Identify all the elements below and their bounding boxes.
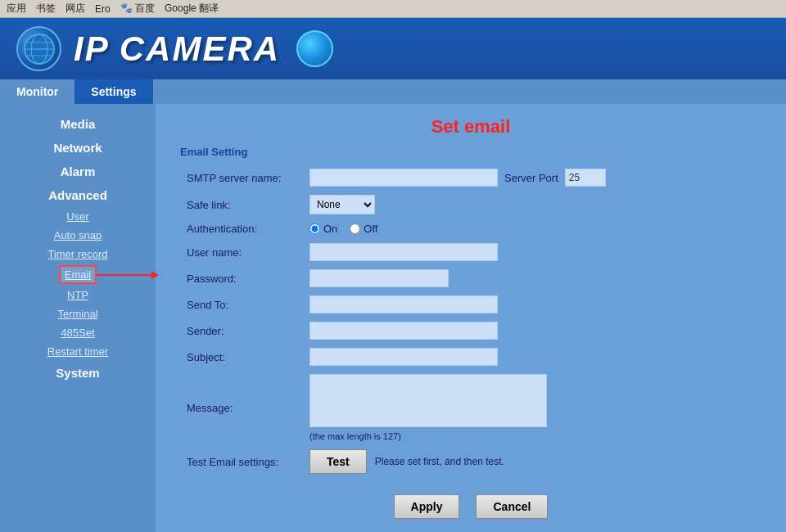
browser-tab-ero[interactable]: Ero — [95, 3, 111, 15]
auth-on-radio[interactable] — [309, 223, 320, 234]
auth-on-text: On — [323, 223, 337, 235]
sidebar-section-advanced[interactable]: Advanced — [0, 183, 156, 207]
smtp-row: SMTP server name: Server Port — [180, 165, 761, 191]
password-input[interactable] — [309, 269, 449, 287]
section-title: Email Setting — [180, 146, 761, 158]
sidebar-link-autosnap[interactable]: Auto snap — [0, 226, 156, 245]
subject-input[interactable] — [309, 348, 498, 366]
sidebar-section-alarm[interactable]: Alarm — [0, 160, 156, 183]
sidebar-link-timerrecord[interactable]: Timer record — [0, 245, 156, 264]
safelink-select[interactable]: None SSL TLS — [309, 195, 375, 214]
message-textarea[interactable] — [309, 374, 547, 427]
username-row: User name: — [180, 239, 761, 265]
password-field-cell — [303, 265, 761, 291]
app-title: IP CAMERA — [74, 29, 280, 69]
smtp-label: SMTP server name: — [180, 165, 303, 191]
sidebar-link-terminal[interactable]: Terminal — [0, 304, 156, 323]
sidebar-link-user[interactable]: User — [0, 207, 156, 226]
auth-on-label[interactable]: On — [309, 223, 337, 235]
sidebar-section-system[interactable]: System — [0, 361, 156, 385]
message-field-cell: (the max length is 127) — [303, 370, 761, 445]
tab-monitor[interactable]: Monitor — [0, 79, 75, 104]
test-label: Test Email settings: — [180, 445, 303, 478]
sender-label: Sender: — [180, 318, 303, 344]
smtp-server-input[interactable] — [309, 169, 498, 187]
safelink-row: Safe link: None SSL TLS — [180, 191, 761, 219]
nav-tabs: Monitor Settings — [0, 79, 786, 104]
sidebar-link-email[interactable]: Email — [59, 265, 97, 284]
tab-settings[interactable]: Settings — [75, 79, 152, 104]
username-field-cell — [303, 239, 761, 265]
password-row: Password: — [180, 265, 761, 291]
sender-field-cell — [303, 318, 761, 344]
sender-row: Sender: — [180, 318, 761, 344]
auth-field-cell: On Off — [303, 219, 761, 239]
test-button[interactable]: Test — [309, 449, 367, 474]
page-title: Set email — [180, 116, 761, 138]
apply-button[interactable]: Apply — [394, 494, 460, 519]
sidebar-section-media[interactable]: Media — [0, 112, 156, 136]
sidebar-link-restarttimer[interactable]: Restart timer — [0, 342, 156, 361]
auth-off-label[interactable]: Off — [350, 223, 377, 235]
username-input[interactable] — [309, 243, 498, 261]
browser-tab-bookmarks[interactable]: 书签 — [36, 2, 56, 16]
auth-off-radio[interactable] — [350, 223, 360, 234]
message-label: Message: — [180, 370, 303, 445]
safelink-label: Safe link: — [180, 191, 303, 219]
browser-tab-app[interactable]: 应用 — [7, 2, 26, 16]
message-row: Message: (the max length is 127) — [180, 370, 761, 445]
app-container: IP CAMERA Monitor Settings Media Network… — [0, 18, 786, 532]
cancel-button[interactable]: Cancel — [476, 494, 548, 519]
content-area: Media Network Alarm Advanced User Auto s… — [0, 104, 786, 532]
sendto-row: Send To: — [180, 291, 761, 318]
test-group: Test Please set first, and then test. — [309, 449, 755, 474]
browser-tab-baidu[interactable]: 🐾 百度 — [120, 2, 155, 16]
email-arrow-indicator: Email — [0, 264, 156, 286]
subject-field-cell — [303, 344, 761, 370]
auth-radio-group: On Off — [309, 223, 755, 235]
username-label: User name: — [180, 239, 303, 265]
sidebar-link-485set[interactable]: 485Set — [0, 323, 156, 342]
bottom-buttons: Apply Cancel — [180, 494, 761, 527]
sender-input[interactable] — [309, 322, 498, 340]
subject-row: Subject: — [180, 344, 761, 370]
auth-label: Authentication: — [180, 219, 303, 239]
browser-tab-translate[interactable]: Google 翻译 — [165, 2, 219, 16]
smtp-port-group: Server Port — [309, 169, 755, 187]
auth-row: Authentication: On Off — [180, 219, 761, 239]
sendto-label: Send To: — [180, 291, 303, 318]
test-row: Test Email settings: Test Please set fir… — [180, 445, 761, 478]
sidebar: Media Network Alarm Advanced User Auto s… — [0, 104, 156, 532]
server-port-label: Server Port — [504, 172, 558, 184]
test-note: Please set first, and then test. — [375, 456, 504, 467]
test-field-cell: Test Please set first, and then test. — [303, 445, 761, 478]
app-header: IP CAMERA — [0, 18, 786, 79]
main-content: Set email Email Setting SMTP server name… — [156, 104, 786, 532]
header-globe-icon — [16, 26, 61, 71]
smtp-field-cell: Server Port — [303, 165, 761, 191]
sendto-input[interactable] — [309, 295, 498, 313]
email-form: SMTP server name: Server Port Safe link: — [180, 165, 761, 478]
sidebar-section-network[interactable]: Network — [0, 136, 156, 160]
auth-off-text: Off — [364, 223, 377, 235]
header-globe2-icon — [296, 30, 333, 67]
browser-bar: 应用 书签 网店 Ero 🐾 百度 Google 翻译 — [0, 0, 786, 18]
password-label: Password: — [180, 265, 303, 291]
subject-label: Subject: — [180, 344, 303, 370]
safelink-field-cell: None SSL TLS — [303, 191, 761, 219]
message-note: (the max length is 127) — [309, 431, 755, 441]
server-port-input[interactable] — [565, 169, 606, 187]
browser-tab-store[interactable]: 网店 — [66, 2, 85, 16]
sendto-field-cell — [303, 291, 761, 318]
sidebar-link-ntp[interactable]: NTP — [0, 286, 156, 304]
